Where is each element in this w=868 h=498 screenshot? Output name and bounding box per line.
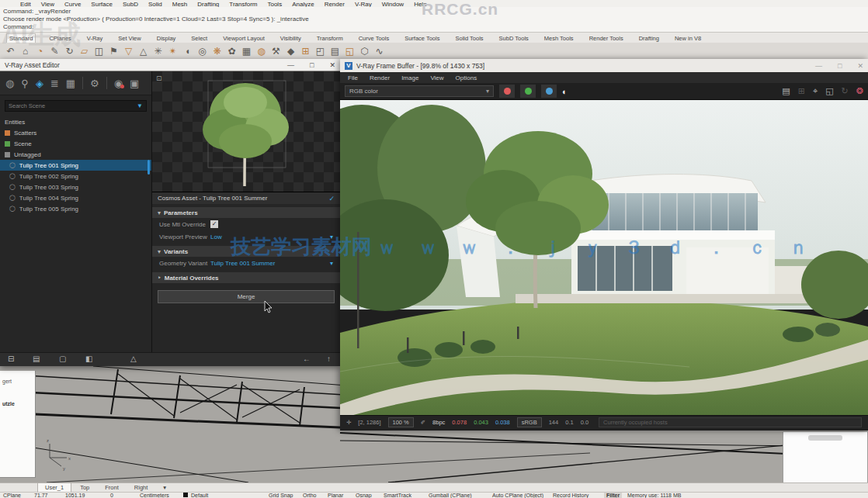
tab-vray[interactable]: V-Ray <box>85 34 105 43</box>
render-elements-icon[interactable]: ≣ <box>50 78 59 89</box>
asset-list-item[interactable]: ◯ Tulip Tree 001 Spring <box>0 160 151 171</box>
toolbar-icon-07[interactable]: ◫ <box>92 43 106 59</box>
menu-item[interactable]: Help <box>414 0 426 7</box>
cosmos-browser-icon[interactable]: △ <box>130 354 137 363</box>
toolbar-icon-10[interactable]: △ <box>136 43 151 59</box>
viewport-tab-right[interactable]: Right <box>127 484 155 492</box>
box-icon[interactable]: ◧ <box>85 354 92 363</box>
tab-new-in-v8[interactable]: New in V8 <box>672 34 703 43</box>
tab-viewport-layout[interactable]: Viewport Layout <box>220 34 267 43</box>
toolbar-icon-01[interactable]: ↶ <box>3 43 18 59</box>
blue-channel-button[interactable] <box>541 85 557 98</box>
toggle-osnap[interactable]: Osnap <box>356 493 372 498</box>
toolbar-icon-11[interactable]: ✳ <box>151 43 165 59</box>
menu-item[interactable]: Drafting <box>197 0 219 7</box>
folder-icon[interactable]: ▤ <box>33 354 40 363</box>
outliner-root[interactable]: Entities <box>0 116 151 127</box>
toolbar-icon-18[interactable]: ◍ <box>254 43 269 59</box>
tab-render-tools[interactable]: Render Tools <box>587 34 626 43</box>
toolbar-icon-15[interactable]: ❋ <box>210 43 224 59</box>
minimize-icon[interactable]: — <box>287 61 294 69</box>
tab-set-view[interactable]: Set View <box>116 34 143 43</box>
toolbar-icon-09[interactable]: ▽ <box>121 43 136 59</box>
outliner-group-scene[interactable]: Scene <box>0 138 151 149</box>
geometry-variant-value[interactable]: Tulip Tree 001 Summer <box>210 260 275 267</box>
background-window[interactable] <box>783 431 868 487</box>
toggle-planar[interactable]: Planar <box>328 493 343 498</box>
tab-display[interactable]: Display <box>155 34 179 43</box>
section-parameters[interactable]: ▾ Parameters <box>152 207 340 218</box>
close-icon[interactable]: ✕ <box>329 61 335 69</box>
toggle-ortho[interactable]: Ortho <box>303 493 317 498</box>
toolbar-icon-16[interactable]: ✿ <box>224 43 239 59</box>
vfb-menu-file[interactable]: File <box>348 74 358 81</box>
outliner-group-untagged[interactable]: Untagged <box>0 149 151 160</box>
menu-item[interactable]: Transform <box>229 0 257 7</box>
section-material-overrides[interactable]: ‣ Material Overrides <box>152 272 340 283</box>
vfb-titlebar[interactable]: V V-Ray Frame Buffer - [99.8% of 1430 x … <box>340 59 868 72</box>
toggle-auto-cplane[interactable]: Auto CPlane (Object) <box>492 493 543 498</box>
toggle-record-history[interactable]: Record History <box>553 493 589 498</box>
asset-list-item[interactable]: ◯ Tulip Tree 002 Spring <box>0 171 151 182</box>
toolbar-icon-26[interactable]: ∿ <box>372 43 387 59</box>
copy-image-icon[interactable]: ⊞ <box>798 86 805 96</box>
zoom-region-icon[interactable]: ◱ <box>825 86 833 96</box>
zoom-level[interactable]: 100 % <box>388 417 414 427</box>
toggle-smarttrack[interactable]: SmartTrack <box>384 493 411 498</box>
tab-surface-tools[interactable]: Surface Tools <box>402 34 442 43</box>
toggle-gumball[interactable]: Gumball (CPlane) <box>429 493 472 498</box>
merge-button[interactable]: Merge <box>158 290 335 303</box>
toolbar-icon-06[interactable]: ▱ <box>77 43 92 59</box>
frame-buffer-icon[interactable]: ▣ <box>130 78 139 89</box>
toolbar-icon-04[interactable]: ✎ <box>47 43 62 59</box>
red-channel-button[interactable] <box>499 85 515 98</box>
enabled-check-icon[interactable]: ✓ <box>328 195 335 202</box>
tab-drafting[interactable]: Drafting <box>637 34 661 43</box>
close-icon[interactable]: ✕ <box>857 62 863 70</box>
toolbar-icon-05[interactable]: ↻ <box>62 43 77 59</box>
rotate-icon[interactable]: ↻ <box>842 86 849 96</box>
toolbar-icon-22[interactable]: ◰ <box>313 43 328 59</box>
layer-color-swatch[interactable] <box>183 493 188 497</box>
command-prompt[interactable]: Command: <box>3 23 868 31</box>
tab-mesh-tools[interactable]: Mesh Tools <box>542 34 576 43</box>
geometries-icon[interactable]: ◈ <box>36 78 43 89</box>
outliner-group-scatters[interactable]: Scatters <box>0 127 151 138</box>
settings-gear-icon[interactable]: ⚙ <box>90 78 99 89</box>
menu-item[interactable]: SubD <box>123 0 138 7</box>
asset-list-item[interactable]: ◯ Tulip Tree 004 Spring <box>0 192 151 203</box>
mtl-override-checkbox[interactable]: ✓ <box>210 220 218 228</box>
menu-item[interactable]: Render <box>325 0 345 7</box>
up-arrow-icon[interactable]: ↑ <box>327 354 331 363</box>
menu-item[interactable]: View <box>41 0 54 7</box>
toolbar-icon-25[interactable]: ⬡ <box>357 43 372 59</box>
section-variants[interactable]: ▾ Variants <box>152 246 340 257</box>
tab-visibility[interactable]: Visibility <box>278 34 304 43</box>
toolbar-icon-20[interactable]: ◆ <box>283 43 298 59</box>
toggle-filter[interactable]: Filter <box>604 493 622 498</box>
chevron-down-icon[interactable]: ▾ <box>330 233 333 240</box>
save-image-icon[interactable]: ▤ <box>782 86 790 96</box>
toolbar-icon-24[interactable]: ◱ <box>342 43 357 59</box>
toolbar-icon-19[interactable]: ⚒ <box>269 43 283 59</box>
render-with-vray-icon[interactable]: ◉ <box>114 78 123 89</box>
tab-transform[interactable]: Transform <box>314 34 345 43</box>
asset-editor-titlebar[interactable]: V-Ray Asset Editor — □ ✕ <box>0 59 340 71</box>
textures-icon[interactable]: ▦ <box>66 78 75 89</box>
maximize-icon[interactable]: □ <box>310 61 314 69</box>
viewport-tab-front[interactable]: Front <box>98 484 126 492</box>
search-input[interactable]: Search Scene ▼ <box>5 100 147 112</box>
chevron-down-icon[interactable]: ▾ <box>330 260 333 267</box>
toggle-grid-snap[interactable]: Grid Snap <box>269 493 293 498</box>
asset-list-item[interactable]: ◯ Tulip Tree 003 Spring <box>0 182 151 192</box>
tab-cplanes[interactable]: CPlanes <box>47 34 73 43</box>
menu-item[interactable]: Edit <box>20 0 31 7</box>
cplane-label[interactable]: CPlane <box>3 493 21 498</box>
color-picker-icon[interactable]: ✐ <box>421 419 425 426</box>
viewport-tab-top[interactable]: Top <box>73 484 96 492</box>
viewport-preview-value[interactable]: Low <box>210 233 222 240</box>
materials-icon[interactable]: ◍ <box>5 78 14 89</box>
menu-item[interactable]: Surface <box>91 0 113 7</box>
current-layer[interactable]: Default <box>191 493 208 498</box>
vfb-menu-view[interactable]: View <box>430 74 443 81</box>
